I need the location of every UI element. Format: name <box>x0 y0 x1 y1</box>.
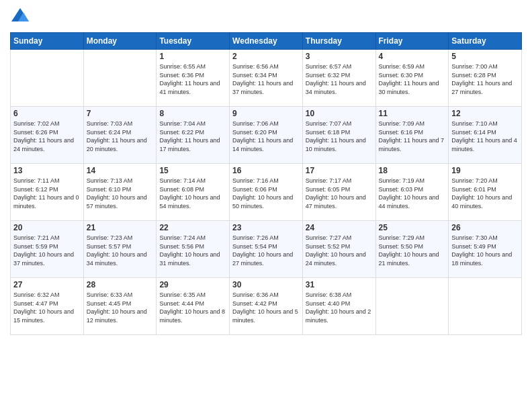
day-info: Sunrise: 6:33 AM Sunset: 4:45 PM Dayligh… <box>87 291 154 324</box>
day-info: Sunrise: 6:38 AM Sunset: 4:40 PM Dayligh… <box>306 291 373 324</box>
day-number: 7 <box>87 109 154 118</box>
calendar-cell: 2Sunrise: 6:56 AM Sunset: 6:34 PM Daylig… <box>230 50 303 107</box>
day-info: Sunrise: 7:24 AM Sunset: 5:56 PM Dayligh… <box>159 234 226 267</box>
day-info: Sunrise: 6:35 AM Sunset: 4:44 PM Dayligh… <box>159 291 226 324</box>
day-info: Sunrise: 7:04 AM Sunset: 6:22 PM Dayligh… <box>159 120 226 153</box>
day-number: 13 <box>13 166 81 175</box>
calendar-cell: 14Sunrise: 7:13 AM Sunset: 6:10 PM Dayli… <box>83 164 157 221</box>
day-number: 25 <box>379 223 446 232</box>
calendar-cell: 31Sunrise: 6:38 AM Sunset: 4:40 PM Dayli… <box>302 278 375 335</box>
page-header <box>10 7 522 27</box>
calendar-cell: 15Sunrise: 7:14 AM Sunset: 6:08 PM Dayli… <box>157 164 230 221</box>
calendar-cell: 30Sunrise: 6:36 AM Sunset: 4:42 PM Dayli… <box>230 278 303 335</box>
weekday-header-saturday: Saturday <box>449 33 522 50</box>
day-number: 12 <box>451 109 519 118</box>
weekday-header-tuesday: Tuesday <box>157 33 230 50</box>
calendar-cell: 8Sunrise: 7:04 AM Sunset: 6:22 PM Daylig… <box>157 107 230 164</box>
day-number: 18 <box>379 166 446 175</box>
day-info: Sunrise: 7:17 AM Sunset: 6:05 PM Dayligh… <box>306 177 373 210</box>
day-info: Sunrise: 6:56 AM Sunset: 6:34 PM Dayligh… <box>232 62 300 96</box>
day-number: 17 <box>306 166 373 175</box>
calendar-cell: 22Sunrise: 7:24 AM Sunset: 5:56 PM Dayli… <box>157 221 230 278</box>
day-info: Sunrise: 7:29 AM Sunset: 5:50 PM Dayligh… <box>379 234 446 267</box>
day-number: 27 <box>13 280 81 289</box>
day-number: 26 <box>451 223 519 232</box>
logo-icon <box>10 7 30 27</box>
calendar-week-4: 20Sunrise: 7:21 AM Sunset: 5:59 PM Dayli… <box>11 221 522 278</box>
day-number: 14 <box>87 166 154 175</box>
day-info: Sunrise: 7:03 AM Sunset: 6:24 PM Dayligh… <box>87 120 154 153</box>
calendar-cell: 5Sunrise: 7:00 AM Sunset: 6:28 PM Daylig… <box>449 50 522 107</box>
calendar-table: SundayMondayTuesdayWednesdayThursdayFrid… <box>10 32 522 335</box>
day-info: Sunrise: 7:20 AM Sunset: 6:01 PM Dayligh… <box>451 177 519 210</box>
day-number: 24 <box>306 223 373 232</box>
day-number: 23 <box>232 223 300 232</box>
calendar-cell: 4Sunrise: 6:59 AM Sunset: 6:30 PM Daylig… <box>375 50 449 107</box>
day-info: Sunrise: 7:11 AM Sunset: 6:12 PM Dayligh… <box>13 177 81 210</box>
calendar-cell: 23Sunrise: 7:26 AM Sunset: 5:54 PM Dayli… <box>230 221 303 278</box>
day-info: Sunrise: 7:16 AM Sunset: 6:06 PM Dayligh… <box>232 177 300 210</box>
calendar-cell: 24Sunrise: 7:27 AM Sunset: 5:52 PM Dayli… <box>302 221 375 278</box>
day-info: Sunrise: 7:02 AM Sunset: 6:26 PM Dayligh… <box>13 120 81 153</box>
day-number: 8 <box>159 109 226 118</box>
day-number: 22 <box>159 223 226 232</box>
day-info: Sunrise: 6:59 AM Sunset: 6:30 PM Dayligh… <box>379 62 446 96</box>
calendar-week-5: 27Sunrise: 6:32 AM Sunset: 4:47 PM Dayli… <box>11 278 522 335</box>
logo <box>10 7 33 27</box>
calendar-week-3: 13Sunrise: 7:11 AM Sunset: 6:12 PM Dayli… <box>11 164 522 221</box>
day-number: 20 <box>13 223 81 232</box>
day-info: Sunrise: 6:55 AM Sunset: 6:36 PM Dayligh… <box>159 62 226 96</box>
day-info: Sunrise: 7:10 AM Sunset: 6:14 PM Dayligh… <box>451 120 519 153</box>
day-number: 2 <box>232 52 300 61</box>
day-number: 30 <box>232 280 300 289</box>
day-info: Sunrise: 7:09 AM Sunset: 6:16 PM Dayligh… <box>379 120 446 153</box>
day-number: 19 <box>451 166 519 175</box>
calendar-week-2: 6Sunrise: 7:02 AM Sunset: 6:26 PM Daylig… <box>11 107 522 164</box>
weekday-header-friday: Friday <box>375 33 449 50</box>
day-info: Sunrise: 7:13 AM Sunset: 6:10 PM Dayligh… <box>87 177 154 210</box>
day-info: Sunrise: 7:00 AM Sunset: 6:28 PM Dayligh… <box>451 62 519 96</box>
calendar-cell: 17Sunrise: 7:17 AM Sunset: 6:05 PM Dayli… <box>302 164 375 221</box>
day-info: Sunrise: 7:21 AM Sunset: 5:59 PM Dayligh… <box>13 234 81 267</box>
calendar-week-1: 1Sunrise: 6:55 AM Sunset: 6:36 PM Daylig… <box>11 50 522 107</box>
calendar-cell <box>375 278 449 335</box>
day-info: Sunrise: 7:23 AM Sunset: 5:57 PM Dayligh… <box>87 234 154 267</box>
day-info: Sunrise: 7:07 AM Sunset: 6:18 PM Dayligh… <box>306 120 373 153</box>
day-number: 15 <box>159 166 226 175</box>
day-number: 4 <box>379 52 446 61</box>
calendar-cell <box>11 50 84 107</box>
day-info: Sunrise: 6:32 AM Sunset: 4:47 PM Dayligh… <box>13 291 81 324</box>
weekday-header-sunday: Sunday <box>11 33 84 50</box>
calendar-cell: 6Sunrise: 7:02 AM Sunset: 6:26 PM Daylig… <box>11 107 84 164</box>
calendar-cell: 13Sunrise: 7:11 AM Sunset: 6:12 PM Dayli… <box>11 164 84 221</box>
day-info: Sunrise: 7:06 AM Sunset: 6:20 PM Dayligh… <box>232 120 300 153</box>
day-number: 5 <box>451 52 519 61</box>
calendar-cell: 9Sunrise: 7:06 AM Sunset: 6:20 PM Daylig… <box>230 107 303 164</box>
day-number: 28 <box>87 280 154 289</box>
calendar-cell: 10Sunrise: 7:07 AM Sunset: 6:18 PM Dayli… <box>302 107 375 164</box>
calendar-cell: 12Sunrise: 7:10 AM Sunset: 6:14 PM Dayli… <box>449 107 522 164</box>
calendar-cell <box>449 278 522 335</box>
calendar-cell: 28Sunrise: 6:33 AM Sunset: 4:45 PM Dayli… <box>83 278 157 335</box>
day-number: 11 <box>379 109 446 118</box>
calendar-cell: 29Sunrise: 6:35 AM Sunset: 4:44 PM Dayli… <box>157 278 230 335</box>
day-number: 6 <box>13 109 81 118</box>
calendar-cell: 27Sunrise: 6:32 AM Sunset: 4:47 PM Dayli… <box>11 278 84 335</box>
day-number: 31 <box>306 280 373 289</box>
day-number: 10 <box>306 109 373 118</box>
day-number: 29 <box>159 280 226 289</box>
calendar-cell: 26Sunrise: 7:30 AM Sunset: 5:49 PM Dayli… <box>449 221 522 278</box>
day-number: 9 <box>232 109 300 118</box>
day-info: Sunrise: 7:19 AM Sunset: 6:03 PM Dayligh… <box>379 177 446 210</box>
day-info: Sunrise: 7:26 AM Sunset: 5:54 PM Dayligh… <box>232 234 300 267</box>
day-number: 1 <box>159 52 226 61</box>
day-info: Sunrise: 6:57 AM Sunset: 6:32 PM Dayligh… <box>306 62 373 96</box>
calendar-cell: 21Sunrise: 7:23 AM Sunset: 5:57 PM Dayli… <box>83 221 157 278</box>
calendar-cell: 25Sunrise: 7:29 AM Sunset: 5:50 PM Dayli… <box>375 221 449 278</box>
day-number: 21 <box>87 223 154 232</box>
day-info: Sunrise: 7:27 AM Sunset: 5:52 PM Dayligh… <box>306 234 373 267</box>
calendar-cell: 19Sunrise: 7:20 AM Sunset: 6:01 PM Dayli… <box>449 164 522 221</box>
calendar-cell: 18Sunrise: 7:19 AM Sunset: 6:03 PM Dayli… <box>375 164 449 221</box>
calendar-cell: 1Sunrise: 6:55 AM Sunset: 6:36 PM Daylig… <box>157 50 230 107</box>
calendar-cell: 20Sunrise: 7:21 AM Sunset: 5:59 PM Dayli… <box>11 221 84 278</box>
